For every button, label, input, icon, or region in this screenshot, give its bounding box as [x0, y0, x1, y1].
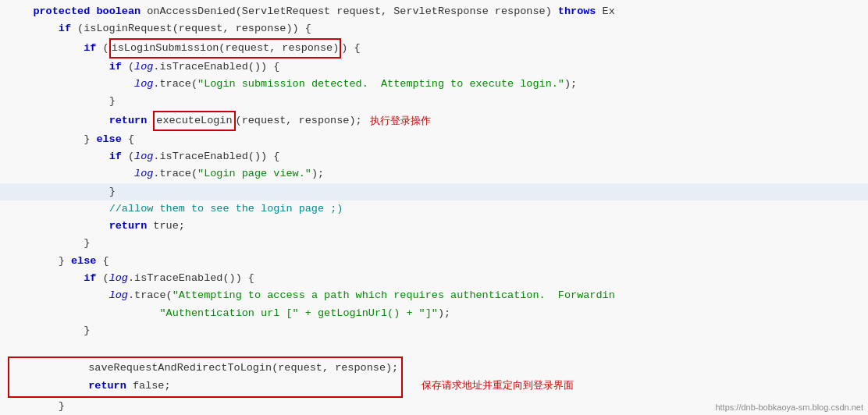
chinese-comment-executeLogin: 执行登录操作	[370, 112, 431, 129]
line-6: }	[0, 93, 868, 110]
line-9: if (log.isTraceEnabled()) {	[0, 148, 868, 165]
line-7: return executeLogin(request, response); …	[0, 111, 868, 131]
line-18: "Authentication url [" + getLoginUrl() +…	[0, 305, 868, 322]
code-block: protected boolean onAccessDenied(Servlet…	[0, 0, 868, 415]
code-container: protected boolean onAccessDenied(Servlet…	[0, 0, 868, 415]
line-method-signature: protected boolean onAccessDenied(Servlet…	[0, 3, 868, 20]
line-12: //allow them to see the login page ;)	[0, 200, 868, 218]
line-15: } else {	[0, 253, 868, 270]
chinese-comment-save: 保存请求地址并重定向到登录界面	[422, 379, 574, 391]
line-10: log.trace("Login page view.");	[0, 165, 868, 183]
line-13: return true;	[0, 218, 868, 235]
save-redirect-box: saveRequestAndRedirectToLogin(request, r…	[8, 356, 403, 398]
line-8: } else {	[0, 131, 868, 148]
line-2: if (isLoginRequest(request, response)) {	[0, 20, 868, 37]
executeLogin-box: executeLogin	[153, 111, 235, 131]
line-17: log.trace("Attempting to access a path w…	[0, 287, 868, 304]
line-20	[0, 339, 868, 356]
line-22: return false;	[12, 378, 398, 395]
line-3: if (isLoginSubmission(request, response)…	[0, 38, 868, 59]
line-4: if (log.isTraceEnabled()) {	[0, 59, 868, 76]
line-5: log.trace("Login submission detected. At…	[0, 76, 868, 93]
line-16: if (log.isTraceEnabled()) {	[0, 270, 868, 287]
isLoginSubmission-box: isLoginSubmission(request, response)	[109, 38, 342, 59]
watermark: https://dnb-bobkaoya-sm.blog.csdn.net	[715, 403, 863, 412]
line-21: saveRequestAndRedirectToLogin(request, r…	[12, 360, 398, 377]
save-redirect-box-container: saveRequestAndRedirectToLogin(request, r…	[8, 356, 860, 398]
line-11: }	[0, 183, 868, 200]
line-14: }	[0, 235, 868, 252]
line-19: }	[0, 322, 868, 339]
